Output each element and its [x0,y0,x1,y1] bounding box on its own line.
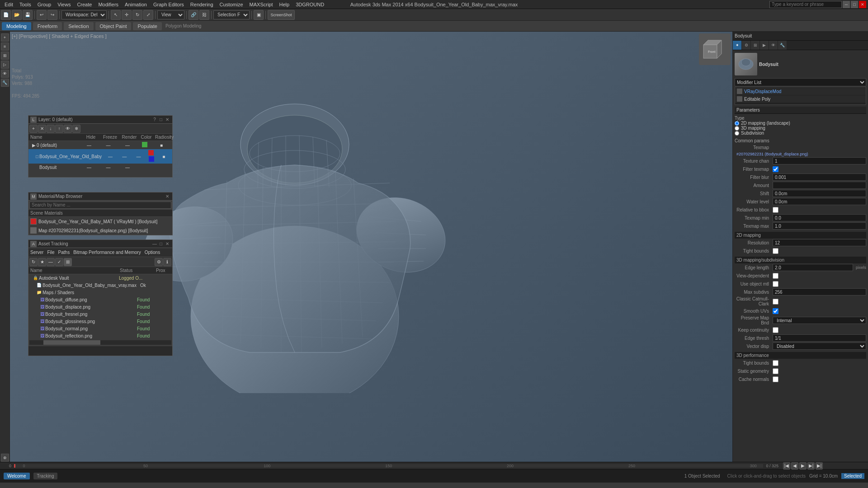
mode-tab-populate[interactable]: Populate [133,22,161,30]
menu-3dground[interactable]: 3DGROUND [293,1,327,8]
menu-create[interactable]: Create [74,1,94,8]
view-select[interactable]: View [157,10,184,19]
menu-views[interactable]: Views [55,1,73,8]
status-tab-tracking[interactable]: Tracking [33,473,58,479]
modifier-checkbox-poly[interactable] [737,96,742,102]
asset-panel-minimize[interactable]: — [151,241,158,247]
type-radio-2d[interactable]: 2D mapping (landscape) [735,121,866,126]
asset-refresh-btn[interactable]: ↻ [29,258,38,266]
mode-tab-selection[interactable]: Selection [64,22,93,30]
menu-graph-editors[interactable]: Graph Editors [151,1,187,8]
layer-panel-restore[interactable]: □ [158,117,164,123]
sidebar-hierarchy-btn[interactable]: ⊞ [1,52,9,60]
move-btn[interactable]: ✛ [122,10,132,20]
minimize-button[interactable]: ─ [843,1,850,8]
layer-row-bodysuit[interactable]: □ Bodysuit_One_Year_Old_Baby — — — ■ [28,149,172,164]
modifier-row-vray[interactable]: VRayDisplaceMod [735,88,866,95]
goto-start-btn[interactable]: |◀ [783,462,790,469]
material-row-1[interactable]: Map #20702982231(Bodysuit_displace.png) … [28,226,172,235]
material-panel-close[interactable]: ✕ [164,193,170,200]
select-btn[interactable]: ↖ [111,10,121,20]
sidebar-bottom-btn[interactable]: ⊕ [1,454,9,462]
layer-add-sel-btn[interactable]: ↓ [47,125,55,133]
static-geom-checkbox[interactable] [773,368,778,374]
asset-row-3[interactable]: 🖼 Bodysuit_diffuse.png Found [28,296,172,303]
layer-row-default[interactable]: ▶ 0 (default) — — — ■ [28,141,172,149]
layer-select-btn[interactable]: ↑ [55,125,63,133]
open-btn[interactable]: 📂 [12,10,22,20]
scale-btn[interactable]: ⤢ [143,10,153,20]
asset-panel-header[interactable]: A Asset Tracking — □ ✕ [28,240,172,248]
type-radio-2d-input[interactable] [735,121,739,126]
layer-hide-btn[interactable]: 👁 [64,125,72,133]
rp-tab-create[interactable]: ✦ [733,41,742,50]
asset-row-6[interactable]: 🖼 Bodysuit_glossiness.png Found [28,318,172,325]
prev-frame-btn[interactable]: ◀ [791,462,798,469]
asset-strip-btn[interactable]: — [47,258,55,266]
menu-maxscript[interactable]: MAXScript [247,1,276,8]
undo-btn[interactable]: ↩ [37,10,47,20]
named-sets-btn[interactable]: ▣ [254,10,264,20]
modifier-row-poly[interactable]: Editable Poly [735,95,866,103]
type-radio-3d[interactable]: 3D mapping [735,126,866,131]
asset-row-4[interactable]: 🖼 Bodysuit_displace.png Found [28,303,172,310]
asset-menu-file[interactable]: File [47,250,54,255]
layer-new-btn[interactable]: + [29,125,38,133]
layer-freeze-btn[interactable]: ❄ [72,125,80,133]
goto-end-btn[interactable]: ▶| [816,462,823,469]
relative-checkbox[interactable] [773,207,778,213]
type-radio-subdiv[interactable]: Subdivision [735,131,866,136]
sidebar-create-btn[interactable]: + [1,33,9,42]
layer-delete-btn[interactable]: ✕ [38,125,46,133]
modifier-checkbox-vray[interactable] [737,89,742,94]
preserve-map-select[interactable]: Internal [773,317,866,324]
sidebar-motion-btn[interactable]: ▷ [1,61,9,69]
asset-info-btn[interactable]: ℹ [163,258,171,266]
menu-tools[interactable]: Tools [17,1,34,8]
redo-btn[interactable]: ↪ [47,10,57,20]
asset-row-7[interactable]: 🖼 Bodysuit_normal.png Found [28,325,172,332]
type-radio-3d-input[interactable] [735,126,739,131]
sidebar-modify-btn[interactable]: ≡ [1,42,9,51]
use-object-checkbox[interactable] [773,281,778,287]
asset-row-8[interactable]: 🖼 Bodysuit_reflection.png Found [28,332,172,339]
menu-animation[interactable]: Animation [122,1,150,8]
play-btn[interactable]: ▶ [799,462,807,469]
filter-select[interactable]: Selection Filter [213,10,250,19]
rp-tab-motion[interactable]: ▶ [760,41,769,50]
asset-settings-btn[interactable]: ⚙ [155,258,163,266]
restore-button[interactable]: □ [851,1,858,8]
rp-tab-utilities[interactable]: 🔧 [778,41,787,50]
filter-blur-input[interactable] [773,174,866,181]
cache-normals-checkbox[interactable] [773,376,778,382]
asset-resolve-btn[interactable]: ✓ [55,258,63,266]
asset-view-btn[interactable]: ⊞ [64,258,72,266]
resolution-input[interactable] [773,239,866,246]
asset-scrollbar[interactable] [29,340,171,345]
type-radio-subdiv-input[interactable] [735,131,739,136]
view-dependent-checkbox[interactable] [773,273,778,279]
classic-checkbox[interactable] [773,299,778,305]
mode-tab-freeform[interactable]: Freeform [33,22,62,30]
layer-panel-minimize[interactable]: ? [151,117,158,123]
rp-tab-modify[interactable]: ⚙ [742,41,751,50]
shift-input[interactable] [773,190,866,197]
menu-edit[interactable]: Edit [2,1,16,8]
sidebar-utilities-btn[interactable]: 🔧 [1,79,9,87]
nav-cube[interactable]: Front [699,33,731,65]
asset-menu-paths[interactable]: Paths [58,250,70,255]
asset-highlight-btn[interactable]: ★ [38,258,46,266]
workspace-select[interactable]: Workspace: Default [61,10,107,19]
keep-continuity-checkbox[interactable] [773,327,778,333]
status-tab-welcome[interactable]: Welcome [4,473,30,479]
texmap-min-input[interactable] [773,214,866,221]
asset-row-2[interactable]: 📁 Maps / Shaders [28,289,172,296]
texture-chan-input[interactable] [773,157,866,164]
timeline-track[interactable]: 0 50 100 150 200 250 300 [14,464,763,468]
vector-disp-select[interactable]: Disabled [773,343,866,350]
screenshot-btn[interactable]: ScreenShot [268,10,295,20]
edge-length-input[interactable] [773,264,853,271]
texmap-max-input[interactable] [773,222,866,230]
menu-help[interactable]: Help [277,1,292,8]
asset-menu-bitmap[interactable]: Bitmap Performance and Memory [73,250,141,255]
